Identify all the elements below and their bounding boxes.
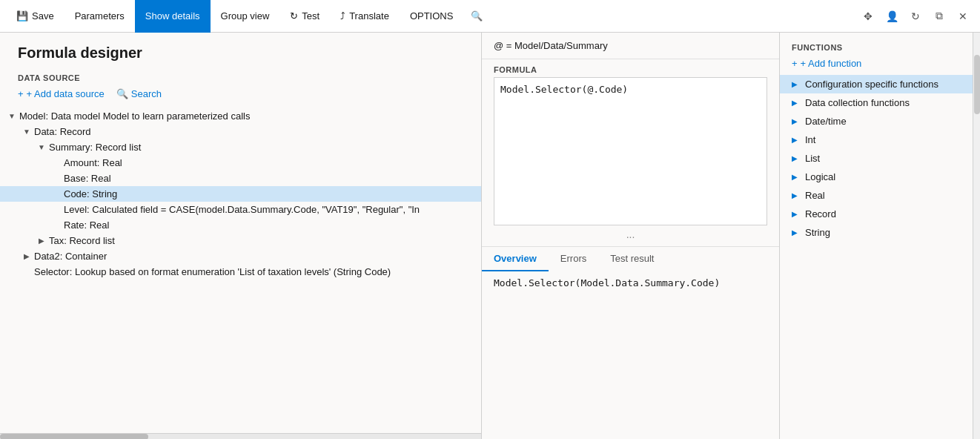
datasource-toolbar: + + Add data source 🔍 Search xyxy=(0,85,481,105)
vertical-scrollbar[interactable] xyxy=(973,33,980,439)
tree-item-data[interactable]: Data: Record xyxy=(0,124,481,139)
function-item-logical[interactable]: ▶Logical xyxy=(780,168,973,186)
horizontal-scrollbar-thumb[interactable] xyxy=(0,434,148,439)
test-icon: ↻ xyxy=(290,10,298,22)
left-panel: Formula designer DATA SOURCE + + Add dat… xyxy=(0,33,482,439)
tree-item-text-model: Model: Data model Model to learn paramet… xyxy=(18,110,250,122)
tree-item-level[interactable]: Level: Calculated field = CASE(model.Dat… xyxy=(0,202,481,217)
tree-item-base[interactable]: Base: Real xyxy=(0,171,481,186)
tree-arrow-summary[interactable] xyxy=(36,143,47,151)
vertical-scroll-thumb[interactable] xyxy=(974,55,980,114)
formula-tab-test_result[interactable]: Test result xyxy=(598,247,666,271)
function-label-record: Record xyxy=(805,208,836,220)
show-details-button[interactable]: Show details xyxy=(135,0,211,33)
function-arrow-datetime: ▶ xyxy=(792,117,801,125)
tree-item-text-code: Code: String xyxy=(62,188,117,199)
tree-item-text-data2: Data2: Container xyxy=(33,251,107,262)
tree-item-text-base: Base: Real xyxy=(62,173,111,184)
function-arrow-int: ▶ xyxy=(792,136,801,144)
tree-item-code[interactable]: Code: String xyxy=(0,186,481,202)
formula-editor[interactable]: Model.Selector(@.Code) xyxy=(494,77,767,225)
functions-label: FUNCTIONS xyxy=(780,33,973,55)
tree-item-selector[interactable]: Selector: Lookup based on format enumera… xyxy=(0,264,481,280)
parameters-button[interactable]: Parameters xyxy=(64,0,135,33)
right-panel: FUNCTIONS + + Add function ▶Configuratio… xyxy=(780,33,973,439)
formula-tab-overview[interactable]: Overview xyxy=(482,247,549,271)
function-arrow-list: ▶ xyxy=(792,154,801,162)
title-bar: 💾 Save Parameters Show details Group vie… xyxy=(0,0,980,33)
formula-content: Model.Selector(@.Code) xyxy=(500,84,628,95)
restore-icon-button[interactable]: ⧉ xyxy=(928,5,950,27)
search-button[interactable]: 🔍 xyxy=(463,0,490,33)
tree-item-summary[interactable]: Summary: Record list xyxy=(0,139,481,155)
tree-item-rate[interactable]: Rate: Real xyxy=(0,217,481,233)
function-arrow-string: ▶ xyxy=(792,228,801,237)
function-item-datetime[interactable]: ▶Date/time xyxy=(780,112,973,131)
function-label-string: String xyxy=(805,227,830,238)
function-item-list[interactable]: ▶List xyxy=(780,149,973,168)
test-button[interactable]: ↻ Test xyxy=(279,0,330,33)
function-label-datacollection: Data collection functions xyxy=(805,97,910,108)
translate-icon: ⤴ xyxy=(340,10,345,22)
function-list-container: ▶Configuration specific functions▶Data c… xyxy=(780,75,973,242)
function-arrow-record: ▶ xyxy=(792,210,801,218)
function-label-config: Configuration specific functions xyxy=(805,79,938,90)
middle-panel: @ = Model/Data/Summary FORMULA Model.Sel… xyxy=(482,33,780,439)
tree-item-tax[interactable]: Tax: Record list xyxy=(0,233,481,248)
tree-item-text-level: Level: Calculated field = CASE(model.Dat… xyxy=(62,204,420,215)
tree-arrow-data[interactable] xyxy=(21,128,33,136)
search-datasource-icon: 🔍 xyxy=(116,88,128,99)
panel-title: Formula designer xyxy=(0,33,481,67)
formula-label: FORMULA xyxy=(482,59,779,77)
function-label-real: Real xyxy=(805,190,825,201)
tree-item-data2[interactable]: Data2: Container xyxy=(0,248,481,264)
function-label-list: List xyxy=(805,153,820,164)
function-label-logical: Logical xyxy=(805,171,835,182)
formula-tabs-container: OverviewErrorsTest result xyxy=(482,247,666,271)
tree-arrow-data2[interactable] xyxy=(21,252,33,260)
add-datasource-icon: + xyxy=(18,88,24,99)
function-label-datetime: Date/time xyxy=(805,116,847,127)
tree-item-text-amount: Amount: Real xyxy=(62,157,122,168)
function-item-datacollection[interactable]: ▶Data collection functions xyxy=(780,93,973,112)
main-content: Formula designer DATA SOURCE + + Add dat… xyxy=(0,33,980,439)
function-item-int[interactable]: ▶Int xyxy=(780,131,973,149)
add-function-button[interactable]: + + Add function xyxy=(780,55,973,75)
grid-icon-button[interactable]: ✥ xyxy=(857,5,879,27)
bottom-scroll[interactable] xyxy=(0,433,481,439)
function-item-string[interactable]: ▶String xyxy=(780,223,973,242)
function-label-int: Int xyxy=(805,134,815,145)
search-icon: 🔍 xyxy=(471,10,483,22)
add-datasource-button[interactable]: + + Add data source xyxy=(18,88,105,99)
function-arrow-real: ▶ xyxy=(792,191,801,199)
formula-tab-errors[interactable]: Errors xyxy=(549,247,598,271)
window-controls: ✥ 👤 ↻ ⧉ ✕ xyxy=(857,5,974,27)
translate-button[interactable]: ⤴ Translate xyxy=(330,0,400,33)
function-item-config[interactable]: ▶Configuration specific functions xyxy=(780,75,973,93)
tree-arrow-tax[interactable] xyxy=(36,237,47,245)
tree-container[interactable]: Model: Data model Model to learn paramet… xyxy=(0,105,481,433)
tree-item-amount[interactable]: Amount: Real xyxy=(0,155,481,171)
function-item-real[interactable]: ▶Real xyxy=(780,186,973,205)
tree-item-text-selector: Selector: Lookup based on format enumera… xyxy=(33,266,391,277)
save-button[interactable]: 💾 Save xyxy=(6,0,64,33)
nav-bar: 💾 Save Parameters Show details Group vie… xyxy=(6,0,857,33)
tree-item-model[interactable]: Model: Data model Model to learn paramet… xyxy=(0,108,481,124)
formula-result: Model.Selector(Model.Data.Summary.Code) xyxy=(482,271,779,439)
group-view-button[interactable]: Group view xyxy=(211,0,280,33)
tree-item-text-tax: Tax: Record list xyxy=(47,235,115,246)
tree-item-text-data: Data: Record xyxy=(33,126,91,137)
function-list: ▶Configuration specific functions▶Data c… xyxy=(780,75,973,439)
function-item-record[interactable]: ▶Record xyxy=(780,205,973,223)
tree-item-text-summary: Summary: Record list xyxy=(47,142,141,153)
tree-arrow-model[interactable] xyxy=(6,112,18,120)
tree-root: Model: Data model Model to learn paramet… xyxy=(0,108,481,280)
search-datasource-button[interactable]: 🔍 Search xyxy=(116,88,162,99)
formula-tabs: OverviewErrorsTest result xyxy=(482,246,779,271)
formula-path: @ = Model/Data/Summary xyxy=(482,33,779,59)
options-button[interactable]: OPTIONS xyxy=(400,0,464,33)
user-icon-button[interactable]: 👤 xyxy=(881,5,903,27)
close-button[interactable]: ✕ xyxy=(952,5,974,27)
refresh-icon-button[interactable]: ↻ xyxy=(904,5,927,27)
save-icon: 💾 xyxy=(16,10,28,22)
